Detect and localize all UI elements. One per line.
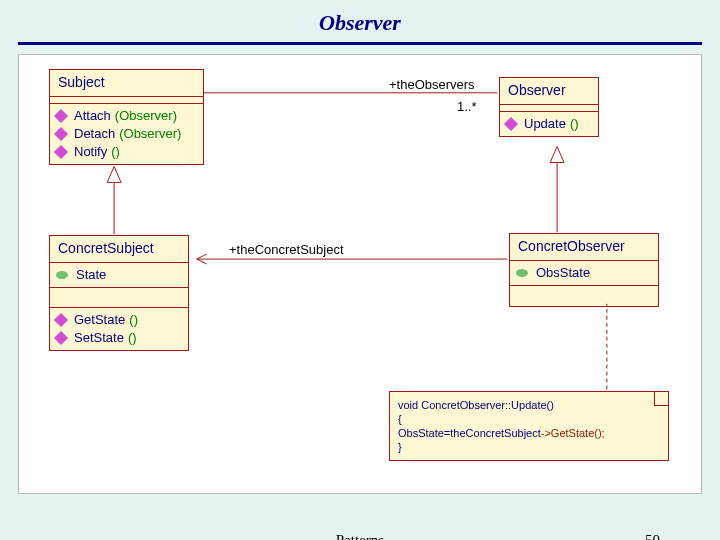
class-name: Observer [500,78,598,105]
operation-row: Update() [506,115,592,133]
operation-row: Attach(Observer) [56,107,197,125]
class-name: Subject [50,70,203,97]
method-icon [54,313,68,327]
attribute-row: ObsState [516,264,652,282]
method-icon [504,117,518,131]
slide-title: Observer [0,0,720,42]
note-corner-icon [654,392,668,406]
assoc-role-observers: +theObservers [389,77,475,92]
attr-icon [516,269,528,277]
class-name: ConcretSubject [50,236,188,263]
class-concret-observer: ConcretObserver ObsState [509,233,659,307]
svg-marker-4 [550,147,564,163]
operation-row: SetState() [56,329,182,347]
method-icon [54,109,68,123]
operation-row: GetState() [56,311,182,329]
footer-center: Patterns [336,532,384,540]
code-note: void ConcretObserver::Update() { ObsStat… [389,391,669,461]
class-name: ConcretObserver [510,234,658,261]
operation-row: Detach(Observer) [56,125,197,143]
method-icon [54,145,68,159]
class-concret-subject: ConcretSubject State GetState() SetState… [49,235,189,351]
svg-marker-2 [107,166,121,182]
attr-icon [56,271,68,279]
method-icon [54,127,68,141]
class-observer: Observer Update() [499,77,599,137]
method-icon [54,331,68,345]
title-rule [18,42,702,45]
operation-row: Notify() [56,143,197,161]
class-subject: Subject Attach(Observer) Detach(Observer… [49,69,204,165]
assoc-mult-observers: 1..* [457,99,477,114]
diagram-canvas: Subject Attach(Observer) Detach(Observer… [18,54,702,494]
footer-page: 50 [645,532,660,540]
attribute-row: State [56,266,182,284]
assoc-role-concret-subject: +theConcretSubject [229,242,344,257]
